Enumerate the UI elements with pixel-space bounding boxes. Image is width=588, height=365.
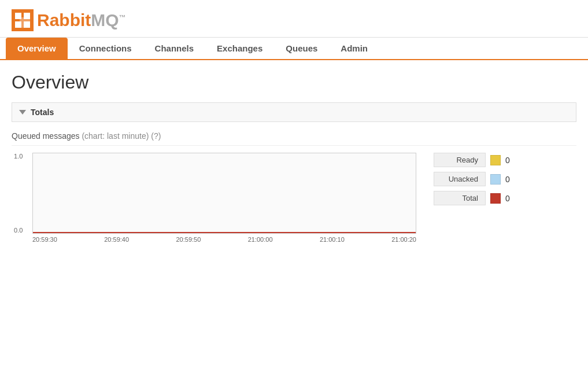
legend-label-ready: Ready (434, 153, 486, 167)
totals-section: Totals (12, 102, 576, 122)
chart-y-labels: 1.0 0.0 (14, 153, 23, 234)
totals-header[interactable]: Totals (12, 103, 576, 121)
nav-queues[interactable]: Queues (274, 38, 329, 59)
nav-channels[interactable]: Channels (143, 38, 206, 59)
legend-row-total: Total 0 (434, 191, 538, 205)
legend-row-unacked: Unacked 0 (434, 172, 538, 186)
chart-baseline (33, 232, 416, 233)
queued-messages-subtitle: (chart: last minute) (82, 131, 149, 141)
main-content: Overview Totals Queued messages (chart: … (0, 60, 588, 266)
page-title: Overview (12, 72, 576, 93)
legend-color-ready (490, 155, 501, 165)
logo-svg (15, 13, 30, 28)
queued-messages-section: Queued messages (chart: last minute) (?)… (12, 131, 576, 255)
x-label-1: 20:59:40 (104, 236, 129, 243)
nav-exchanges[interactable]: Exchanges (205, 38, 274, 59)
x-label-3: 21:00:00 (248, 236, 273, 243)
chart-legend: Ready 0 Unacked 0 Total 0 (434, 153, 538, 205)
legend-label-total: Total (434, 191, 486, 205)
legend-value-total: 0 (505, 194, 510, 203)
totals-toggle-icon (19, 110, 26, 115)
y-label-min: 0.0 (14, 227, 23, 234)
queued-messages-title: Queued messages (chart: last minute) (?) (12, 131, 576, 146)
queued-messages-label: Queued messages (12, 131, 80, 141)
totals-label: Totals (31, 108, 54, 117)
nav-overview[interactable]: Overview (6, 38, 68, 59)
x-labels: 20:59:30 20:59:40 20:59:50 21:00:00 21:0… (32, 236, 416, 243)
chart-container: 1.0 0.0 20:59:30 20:59:40 20:59:50 21:00… (12, 153, 416, 243)
legend-value-ready: 0 (505, 156, 510, 165)
nav-admin[interactable]: Admin (329, 38, 379, 59)
queued-messages-help[interactable]: (?) (151, 131, 161, 141)
header: RabbitMQ™ (0, 0, 588, 38)
x-label-5: 21:00:20 (391, 236, 416, 243)
chart-wrapper: 1.0 0.0 (32, 153, 416, 234)
chart-box (32, 153, 416, 234)
legend-label-unacked: Unacked (434, 172, 486, 186)
nav-connections[interactable]: Connections (68, 38, 143, 59)
logo-rabbit: Rabbit (37, 10, 91, 30)
legend-row-ready: Ready 0 (434, 153, 538, 167)
chart-inner (33, 153, 416, 233)
x-label-2: 20:59:50 (176, 236, 201, 243)
logo-tm: ™ (119, 13, 126, 21)
svg-rect-4 (24, 21, 30, 28)
legend-color-unacked (490, 174, 501, 185)
logo: RabbitMQ™ (12, 9, 126, 31)
legend-value-unacked: 0 (505, 175, 510, 184)
chart-area: 1.0 0.0 20:59:30 20:59:40 20:59:50 21:00… (12, 153, 576, 243)
y-label-max: 1.0 (14, 153, 23, 160)
logo-icon (12, 9, 34, 31)
legend-color-total (490, 193, 501, 204)
logo-text: RabbitMQ™ (37, 10, 126, 30)
x-label-4: 21:00:10 (320, 236, 345, 243)
logo-mq: MQ (91, 10, 119, 30)
main-nav: Overview Connections Channels Exchanges … (0, 38, 588, 60)
x-label-0: 20:59:30 (32, 236, 57, 243)
